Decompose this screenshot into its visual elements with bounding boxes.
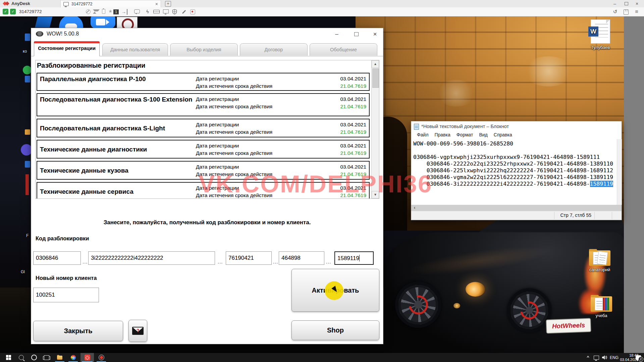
hidden-app-icon[interactable] — [35, 17, 52, 27]
start-button[interactable] — [3, 353, 14, 362]
new-client-label: Новый номер клиента — [36, 275, 97, 281]
reg-date-value: 03.04.2021 — [340, 96, 366, 103]
activate-button[interactable]: Активировать — [291, 269, 379, 312]
code-field-3[interactable]: 76190421 — [226, 251, 272, 265]
hidden-app-icon[interactable] — [21, 144, 32, 156]
exp-date-value: 21.04.7619 — [340, 149, 366, 157]
monitor-1-badge[interactable]: 1 — [113, 9, 119, 14]
desktop-icon-word-doc[interactable]: W Тулубаев — [584, 19, 616, 50]
reg-date-value: 03.04.2021 — [340, 142, 366, 149]
hidden-app-icon[interactable] — [23, 66, 32, 74]
close-app-button[interactable]: Закрыть — [33, 321, 123, 341]
tab-summary[interactable]: Обобщение — [310, 43, 377, 56]
tab-contract[interactable]: Договор — [240, 43, 308, 56]
code-field-2[interactable]: 3i222222222222i422222222 — [88, 251, 215, 265]
tab-registration-state[interactable]: Состояние регистрации — [34, 41, 100, 56]
exp-date-value: 21.04.7619 — [340, 103, 366, 110]
task-view-icon — [44, 355, 49, 360]
hamburger-menu-icon[interactable]: ≡ — [633, 9, 641, 15]
hidden-folder-icon[interactable] — [25, 129, 30, 135]
registration-name: Технические данные диагностики — [40, 142, 198, 157]
menu-edit[interactable]: Правка — [431, 131, 453, 139]
chat-icon[interactable] — [133, 9, 141, 15]
scroll-up-icon[interactable]: ▲ — [372, 60, 379, 68]
favorite-icon[interactable]: ★ — [107, 9, 114, 15]
wow-app-icon — [36, 31, 43, 37]
menu-file[interactable]: Файл — [414, 131, 431, 139]
record-session-icon[interactable] — [189, 9, 197, 15]
notepad-hscrollbar[interactable]: ‹ — [411, 205, 622, 211]
menu-help[interactable]: Справка — [491, 131, 515, 139]
anydesk-session-tab[interactable]: 314729772 × — [60, 0, 161, 7]
code-separator: ... — [273, 259, 278, 264]
tab-close-icon[interactable]: × — [155, 2, 158, 6]
registrations-header: Разблокированные регистрации — [37, 62, 379, 69]
session-timer-icon[interactable] — [93, 9, 100, 15]
taskbar-chrome[interactable] — [67, 353, 79, 362]
monitor-icon — [63, 2, 69, 6]
exp-date-value: 21.04.7619 — [340, 82, 366, 90]
scrollbar-thumb[interactable] — [372, 68, 379, 88]
notepad-text-area[interactable]: WOW-000-069-596-398016-2685280 0306846-v… — [411, 139, 617, 205]
list-scrollbar[interactable]: ▲ ▼ — [371, 60, 379, 198]
notepad-vscrollbar[interactable] — [617, 139, 622, 205]
scroll-down-icon[interactable]: ▼ — [372, 191, 379, 198]
tray-language[interactable]: ENG — [609, 353, 619, 362]
mail-help-button[interactable]: ? — [128, 320, 147, 342]
folder-icon — [589, 249, 610, 266]
hidden-app-icon[interactable] — [25, 174, 29, 195]
desktop-icon-folder-sanatorium[interactable]: санаторий — [584, 249, 616, 272]
hidden-icon-label: ко — [23, 49, 27, 54]
tray-expand-chevron[interactable]: ^ — [584, 354, 592, 361]
notification-center-button[interactable]: 2 — [634, 353, 643, 362]
anydesk-brand: AnyDesk — [11, 1, 30, 6]
client-number-field[interactable]: 100251 — [33, 288, 99, 302]
tray-network-icon[interactable] — [592, 353, 600, 362]
window-close-button[interactable]: × — [634, 1, 640, 7]
taskbar-file-explorer[interactable] — [54, 353, 66, 362]
new-session-button[interactable]: + — [165, 1, 171, 7]
wow-restore-button[interactable] — [352, 30, 361, 38]
hidden-app-icon[interactable] — [91, 16, 115, 28]
tab-product-select[interactable]: Выбор изделия — [170, 43, 238, 56]
keyboard-icon[interactable] — [152, 9, 160, 15]
hidden-shortcut-icon[interactable] — [25, 161, 30, 168]
taskbar-search-button[interactable] — [15, 353, 27, 362]
shop-button[interactable]: Shop — [291, 320, 379, 340]
hidden-shortcut-icon[interactable] — [25, 34, 30, 41]
wow-window: WOW! 5.00.8 – × Состояние регистрации Да… — [31, 28, 383, 344]
window-restore-button[interactable] — [623, 1, 629, 7]
privacy-icon[interactable] — [100, 9, 107, 15]
tray-volume-icon[interactable] — [600, 353, 608, 362]
tab-user-data[interactable]: Данные пользователя — [102, 43, 168, 56]
task-view-button[interactable] — [41, 353, 52, 362]
instruction-text: Занесите, пожалуйста, полученный код раз… — [31, 219, 383, 226]
history-icon[interactable]: ↺ — [611, 9, 619, 15]
hidden-app-icon[interactable] — [117, 17, 138, 28]
code-field-4[interactable]: 464898 — [279, 251, 324, 265]
window-minimize-button[interactable]: – — [612, 1, 618, 7]
code-field-5[interactable]: 1589119 — [334, 251, 374, 265]
leave-session-icon[interactable]: → — [121, 9, 127, 15]
taskbar-anydesk[interactable] — [80, 353, 94, 362]
scroll-left-icon[interactable]: ‹ — [412, 205, 417, 211]
permissions-shield-icon[interactable] — [170, 9, 178, 15]
menu-format[interactable]: Формат — [453, 131, 476, 139]
taskbar-circle-app[interactable] — [28, 353, 40, 362]
actions-lightning-icon[interactable]: ϟ — [144, 9, 152, 15]
anydesk-tab-bar: AnyDesk 314729772 × + – × — [0, 0, 644, 8]
whiteboard-pen-icon[interactable] — [180, 9, 188, 15]
notepad-window: *Новый текстовый документ – Блокнот Файл… — [411, 121, 622, 220]
wow-close-button[interactable]: × — [371, 30, 379, 38]
address-book-icon[interactable] — [622, 9, 630, 15]
code-field-1[interactable]: 0306846 — [33, 251, 81, 265]
menu-view[interactable]: Вид — [476, 131, 490, 139]
hidden-shortcut-icon[interactable] — [25, 76, 30, 82]
desktop-icon-folder-study[interactable]: учеба — [585, 295, 618, 318]
display-settings-icon[interactable] — [162, 9, 170, 15]
notepad-status-bar: Стр 7, стлб 55 — [411, 211, 622, 220]
session-tab-title: 314729772 — [71, 2, 153, 6]
block-input-icon[interactable] — [85, 9, 92, 15]
taskbar-recorder[interactable] — [95, 353, 107, 362]
wow-minimize-button[interactable]: – — [332, 30, 341, 38]
